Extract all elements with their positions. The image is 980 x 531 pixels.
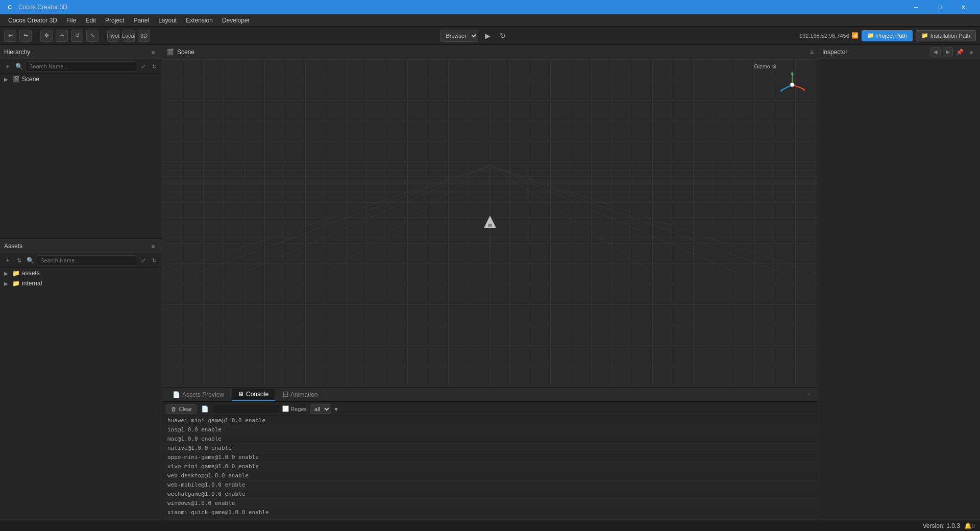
scale-tool[interactable]: ⤡	[86, 30, 99, 42]
tab-assets-preview[interactable]: 📄 Assets Preview	[166, 389, 231, 400]
left-panel: Hierarchy ≡ + 🔍 ⤢ ↻ ▶ 🎬 Scene Asset	[0, 45, 162, 520]
hierarchy-expand-button[interactable]: ⤢	[138, 62, 148, 71]
filter-select[interactable]: all	[310, 404, 331, 414]
play-button[interactable]: ▶	[481, 30, 494, 42]
hierarchy-search-input[interactable]	[26, 61, 136, 71]
menu-edit[interactable]: Edit	[81, 16, 100, 25]
inspector-header: Inspector ◀ ▶ 📌 ≡	[818, 45, 980, 59]
scene-camera-icon	[483, 215, 497, 232]
console-log-row: web-desktop@1.0.0 enable	[162, 471, 818, 480]
tree-arrow-scene: ▶	[4, 77, 10, 82]
app-title: Cocos Creator 3D	[18, 4, 67, 11]
toolbar-left: ↩ ↪ ✥ ✛ ↺ ⤡ Pivot Local 3D	[4, 30, 150, 42]
hierarchy-panel: Hierarchy ≡ + 🔍 ⤢ ↻ ▶ 🎬 Scene	[0, 45, 162, 239]
tree-item-scene[interactable]: ▶ 🎬 Scene	[0, 74, 162, 84]
maximize-button[interactable]: □	[928, 0, 951, 14]
inspector-prev-button[interactable]: ◀	[930, 47, 941, 57]
hierarchy-add-button[interactable]: +	[3, 62, 12, 71]
minimize-button[interactable]: ─	[904, 0, 928, 14]
folder-icon-2: 📁	[921, 32, 928, 39]
svg-line-10	[490, 165, 818, 274]
3d-button[interactable]: 3D	[138, 30, 150, 42]
regex-checkbox-label[interactable]: Regex	[282, 405, 307, 412]
scene-menu-button[interactable]: ≡	[810, 49, 814, 56]
svg-line-15	[195, 165, 490, 274]
local-button[interactable]: Local	[122, 30, 135, 42]
console-log-row: windows@1.0.0 enable	[162, 499, 818, 508]
tab-console[interactable]: 🖥 Console	[232, 389, 275, 401]
scene-icon: 🎬	[12, 76, 20, 83]
select-tool[interactable]: ✥	[40, 30, 53, 42]
menu-cocos[interactable]: Cocos Creator 3D	[4, 16, 61, 25]
undo-button[interactable]: ↩	[4, 30, 16, 42]
bottom-panel-menu-button[interactable]: ≡	[804, 390, 814, 399]
inspector-next-button[interactable]: ▶	[943, 47, 953, 57]
close-button[interactable]: ✕	[951, 0, 975, 14]
svg-line-16	[490, 165, 785, 274]
clear-icon: 🗑	[171, 406, 177, 412]
svg-line-12	[490, 165, 654, 274]
assets-menu-button[interactable]: ≡	[149, 242, 158, 251]
regex-checkbox[interactable]	[282, 405, 289, 412]
scene-viewport[interactable]: Gizmo ⚙	[162, 59, 818, 387]
scene-icon-header: 🎬	[166, 49, 174, 56]
internal-folder-label: internal	[22, 280, 42, 287]
app-logo: C	[5, 3, 14, 12]
svg-line-14	[490, 165, 739, 274]
gizmo-label: Gizmo ⚙	[754, 63, 777, 70]
assets-refresh-button[interactable]: ↻	[150, 256, 159, 265]
move-tool[interactable]: ✛	[56, 30, 68, 42]
project-path-button[interactable]: 📁 Project Path	[862, 30, 913, 41]
svg-line-9	[162, 165, 490, 274]
console-log-row: xiaomi-quick-game@1.0.0 enable	[162, 508, 818, 517]
assets-search-icon[interactable]: 🔍	[26, 256, 35, 265]
scene-title: Scene	[177, 49, 194, 56]
tab-animation[interactable]: 🎞 Animation	[276, 389, 324, 400]
assets-folder-label: assets	[22, 270, 40, 277]
refresh-button[interactable]: ↻	[497, 30, 509, 42]
internal-folder-icon: 📁	[12, 280, 20, 287]
inspector-pin-button[interactable]: 📌	[956, 49, 964, 56]
inspector-menu-button[interactable]: ≡	[967, 47, 976, 57]
redo-button[interactable]: ↪	[19, 30, 32, 42]
tree-arrow-internal: ▶	[4, 281, 10, 286]
assets-search-input[interactable]	[37, 255, 136, 266]
console-content: huawei-mini-game@1.0.0 enableios@1.0.0 e…	[162, 416, 818, 520]
folder-icon: 📁	[867, 32, 874, 39]
toolbar-center: Browser ▶ ↻	[440, 30, 509, 42]
tree-arrow-assets: ▶	[4, 271, 10, 276]
hierarchy-search-icon[interactable]: 🔍	[14, 62, 23, 71]
assets-sort-button[interactable]: ⇅	[14, 256, 23, 265]
gizmo-widget	[777, 69, 807, 100]
assets-expand-button[interactable]: ⤢	[138, 256, 148, 265]
console-log-row: ios@1.0.0 enable	[162, 425, 818, 435]
browser-select[interactable]: Browser	[440, 30, 478, 42]
installation-path-button[interactable]: 📁 Installation Path	[916, 30, 976, 41]
console-log-row: mac@1.0.0 enable	[162, 435, 818, 444]
menu-extension[interactable]: Extension	[182, 16, 217, 25]
animation-icon: 🎞	[282, 391, 288, 398]
console-filter-input[interactable]	[213, 404, 279, 414]
menu-file[interactable]: File	[62, 16, 80, 25]
tree-item-internal[interactable]: ▶ 📁 internal	[0, 278, 162, 288]
assets-add-button[interactable]: +	[3, 256, 12, 265]
console-file-button[interactable]: 📄	[200, 404, 210, 414]
menu-layout[interactable]: Layout	[154, 16, 181, 25]
menu-project[interactable]: Project	[101, 16, 128, 25]
toolbar-divider-1	[36, 31, 36, 41]
rotate-tool[interactable]: ↺	[71, 30, 83, 42]
menu-developer[interactable]: Developer	[218, 16, 254, 25]
pivot-button[interactable]: Pivot	[107, 30, 119, 42]
wifi-icon: 📶	[851, 32, 859, 39]
assets-content: ▶ 📁 assets ▶ 📁 internal	[0, 268, 162, 520]
menu-panel[interactable]: Panel	[129, 16, 153, 25]
hierarchy-refresh-button[interactable]: ↻	[150, 62, 159, 71]
console-log-row: native@1.0.0 enable	[162, 444, 818, 453]
bottom-tabs: 📄 Assets Preview 🖥 Console 🎞 Animation ≡	[162, 388, 818, 402]
tree-item-assets[interactable]: ▶ 📁 assets	[0, 268, 162, 278]
inspector-nav: ◀ ▶	[930, 47, 953, 57]
clear-button[interactable]: 🗑 Clear	[166, 404, 197, 414]
hierarchy-menu-button[interactable]: ≡	[149, 47, 158, 57]
title-bar-left: C Cocos Creator 3D	[5, 3, 67, 12]
svg-rect-25	[488, 224, 492, 227]
